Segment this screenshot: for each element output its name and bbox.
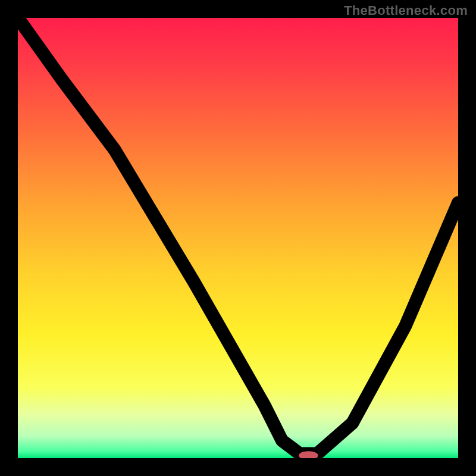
chart-frame: TheBottleneck.com: [0, 0, 476, 476]
watermark-text: TheBottleneck.com: [344, 3, 468, 18]
chart-svg: [18, 18, 458, 458]
plot-area: [18, 18, 458, 458]
gradient-rect: [18, 18, 458, 458]
